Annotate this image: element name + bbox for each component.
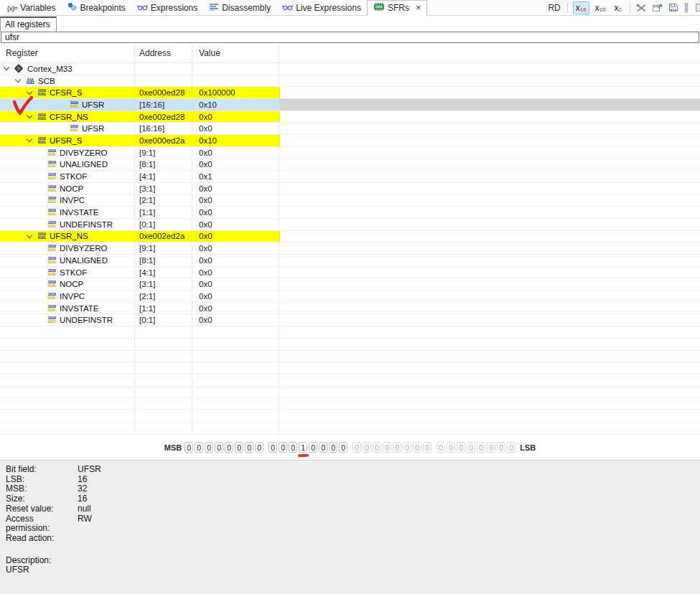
view-tab-breakpoints[interactable]: Breakpoints xyxy=(61,0,131,15)
bit-box-24[interactable]: 0 xyxy=(255,442,263,453)
bit-box-31[interactable]: 0 xyxy=(185,442,193,453)
bit-box-28[interactable]: 0 xyxy=(215,442,223,453)
radix-button-16[interactable]: x16 xyxy=(573,1,589,14)
register-name: INVPC xyxy=(60,196,85,204)
bitfield-icon: 10100101 xyxy=(47,269,57,276)
chip-icon xyxy=(14,64,24,73)
tree-row-divbyzero[interactable]: 10100101DIVBYZERO[9:1]0x0 xyxy=(0,242,700,255)
bit-box-17[interactable]: 0 xyxy=(329,442,337,453)
tree-row-ufsr[interactable]: 10100101UFSR[16:16]0x0 xyxy=(0,123,700,135)
live-expressions-icon xyxy=(282,3,293,13)
view-tab-expressions[interactable]: Expressions xyxy=(131,0,203,15)
bit-box-25[interactable]: 0 xyxy=(245,442,253,453)
close-tab-icon[interactable]: × xyxy=(416,4,421,12)
tree-row-invstate[interactable]: 10100101INVSTATE[1:1]0x0 xyxy=(0,207,700,219)
view-tab-disassembly[interactable]: Disassembly xyxy=(203,0,276,15)
tree-row-ufsr[interactable]: 10100101UFSR[16:16]0x10 xyxy=(0,99,700,111)
tree-row-ufsr_s[interactable]: 10100101UFSR_S0xe000ed2a0x10 xyxy=(0,135,700,147)
tree-row-undefinstr[interactable]: 10100101UNDEFINSTR[0:1]0x0 xyxy=(0,314,700,326)
address-cell xyxy=(135,63,192,75)
bit-box-20[interactable]: 1 xyxy=(299,442,307,453)
address-cell xyxy=(135,351,192,362)
rd-indicator: RD xyxy=(548,3,560,13)
view-tab-variables[interactable]: (x)=Variables xyxy=(1,0,61,15)
detail-value: 16 xyxy=(78,475,87,485)
bit-box-6: 0 xyxy=(447,442,455,453)
bit-box-8: 0 xyxy=(423,442,431,453)
tree-row-unaligned[interactable]: 10100101UNALIGNED[8:1]0x0 xyxy=(0,255,700,267)
bit-box-4: 0 xyxy=(467,442,475,453)
register-cell: 10100101INVSTATE xyxy=(0,303,135,314)
chevron-down-icon[interactable] xyxy=(27,232,32,238)
value-cell: 0x0 xyxy=(192,183,280,194)
tree-row-cfsr_ns[interactable]: 10100101CFSR_NS0xe002ed280x0 xyxy=(0,111,700,123)
row-spacer xyxy=(280,183,700,194)
radix-button-10[interactable]: x10 xyxy=(592,1,609,14)
column-header-register[interactable]: Register xyxy=(0,44,135,62)
address-cell xyxy=(135,423,192,434)
chevron-down-icon[interactable] xyxy=(27,136,32,142)
row-spacer xyxy=(280,171,700,182)
tree-row-cfsr_s[interactable]: 10100101CFSR_S0xe000ed280x100000 xyxy=(0,87,700,99)
bit-strip: MSB00000000000100000000000000000000LSB xyxy=(0,435,700,460)
register-cell xyxy=(0,387,135,398)
chevron-down-icon[interactable] xyxy=(27,88,32,94)
chevron-down-icon[interactable] xyxy=(4,65,9,70)
chevron-down-icon[interactable] xyxy=(27,113,32,118)
tree-row-scb[interactable]: AAA0101SCB xyxy=(0,75,700,88)
register-cell xyxy=(0,423,135,434)
register-icon: 10100101 xyxy=(37,232,47,240)
value-cell: 0x0 xyxy=(192,111,280,123)
tools-icon[interactable] xyxy=(635,3,647,13)
value-cell: 0x0 xyxy=(192,303,280,314)
column-header-value[interactable]: Value xyxy=(192,44,280,62)
tree-row-unaligned[interactable]: 10100101UNALIGNED[8:1]0x0 xyxy=(0,159,700,171)
bit-box-29[interactable]: 0 xyxy=(205,442,213,453)
bitfield-icon: 10100101 xyxy=(47,161,57,168)
address-cell: [9:1] xyxy=(135,242,192,254)
save-icon[interactable] xyxy=(668,3,678,12)
bit-box-19[interactable]: 0 xyxy=(309,442,317,453)
address-cell: [2:1] xyxy=(135,195,192,207)
tab-all-registers[interactable]: All registers xyxy=(0,16,57,32)
view-tab-live-expressions[interactable]: Live Expressions xyxy=(276,0,367,15)
tree-row-undefinstr[interactable]: 10100101UNDEFINSTR[0:1]0x0 xyxy=(0,219,700,231)
tree-row-invpc[interactable]: 10100101INVPC[2:1]0x0 xyxy=(0,195,700,207)
bit-box-18[interactable]: 0 xyxy=(319,442,327,453)
column-header-address[interactable]: Address xyxy=(135,44,192,62)
chevron-down-icon[interactable] xyxy=(15,77,21,82)
row-spacer xyxy=(280,111,700,123)
tree-row-stkof[interactable]: 10100101STKOF[4:1]0x1 xyxy=(0,171,700,183)
description-label: Description: xyxy=(6,556,694,566)
bit-box-30[interactable]: 0 xyxy=(195,442,203,453)
radix-button-2[interactable]: x2 xyxy=(612,1,625,14)
bit-box-21[interactable]: 0 xyxy=(289,442,297,453)
bit-box-23[interactable]: 0 xyxy=(269,442,277,453)
export-icon[interactable] xyxy=(652,3,663,12)
register-name: UFSR xyxy=(82,124,104,133)
tree-row-nocp[interactable]: 10100101NOCP[3:1]0x0 xyxy=(0,278,700,291)
bitfield-icon: 10100101 xyxy=(47,257,57,264)
tree-row-invstate[interactable]: 10100101INVSTATE[1:1]0x0 xyxy=(0,303,700,315)
kebab-menu-icon[interactable] xyxy=(683,3,689,13)
tree-row-stkof[interactable]: 10100101STKOF[4:1]0x0 xyxy=(0,267,700,279)
register-filter-input[interactable] xyxy=(1,32,699,43)
tree-row-nocp[interactable]: 10100101NOCP[3:1]0x0 xyxy=(0,183,700,195)
view-tab-sfrs[interactable]: SFRs× xyxy=(367,0,428,16)
bit-box-16[interactable]: 0 xyxy=(339,442,347,453)
register-name: INVSTATE xyxy=(60,304,99,313)
address-cell xyxy=(135,387,192,398)
bit-box-22[interactable]: 0 xyxy=(279,442,287,453)
register-name: STKOF xyxy=(60,268,87,277)
value-cell: 0x0 xyxy=(192,195,280,207)
bit-box-27[interactable]: 0 xyxy=(225,442,233,453)
bit-box-26[interactable]: 0 xyxy=(235,442,243,453)
bitfield-details-panel: Bit field:UFSRLSB:16MSB:32Size:16Reset v… xyxy=(0,460,700,594)
tree-row-invpc[interactable]: 10100101INVPC[2:1]0x0 xyxy=(0,291,700,303)
tree-row-divbyzero[interactable]: 10100101DIVBYZERO[9:1]0x0 xyxy=(0,147,700,159)
tree-row-ufsr_ns[interactable]: 10100101UFSR_NS0xe002ed2a0x0 xyxy=(0,231,700,243)
row-spacer xyxy=(280,63,700,75)
tree-row-cortex_m33[interactable]: Cortex_M33 xyxy=(0,63,700,75)
msb-label: MSB xyxy=(164,443,182,452)
bitfield-icon: 10100101 xyxy=(47,149,57,156)
